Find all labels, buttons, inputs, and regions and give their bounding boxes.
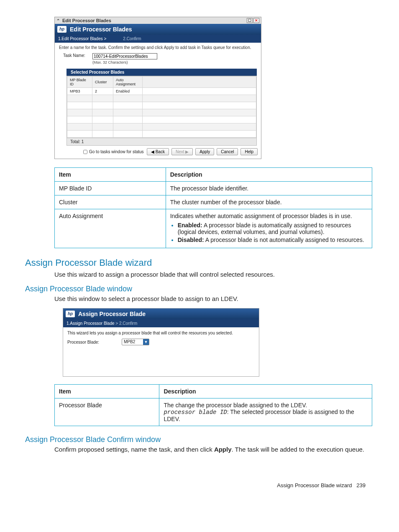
ref-desc: The cluster number of the processor blad… [166, 195, 372, 209]
ref-col-item: Item [55, 168, 166, 182]
select-value: MPB2 [122, 339, 143, 345]
maximize-icon[interactable]: ☐ [247, 18, 253, 23]
ref-col-item: Item [55, 385, 159, 398]
chevron-down-icon[interactable]: ▼ [143, 339, 149, 345]
ref-desc: The processor blade identifier. [166, 182, 372, 195]
wizard-step-1[interactable]: 1.Edit Processor Blades > [58, 36, 106, 41]
table-row-empty [67, 102, 256, 109]
cell-cluster: 2 [92, 88, 113, 95]
ref-desc: The change the processor blade assigned … [159, 398, 372, 426]
paragraph: Use this wizard to assign a processor bl… [54, 271, 374, 278]
ref-item: Processor Blade [55, 398, 159, 426]
table-row-empty [67, 131, 256, 138]
checkbox-label: Go to tasks window for status [89, 149, 144, 154]
wizard-steps: 1.Assign Processor Blade > 2.Confirm [63, 319, 259, 327]
ref-row: Cluster The cluster number of the proces… [55, 195, 372, 209]
task-name-hint: (Max. 32 Characters) [92, 60, 157, 64]
table-row-empty [67, 95, 256, 102]
cell-mp-blade-id: MPB3 [67, 88, 92, 95]
dialog-header: hp Assign Processor Blade [63, 308, 259, 319]
task-name-row: Task Name: (Max. 32 Characters) [55, 52, 261, 67]
paragraph: Use this window to select a processor bl… [54, 295, 374, 302]
table-row[interactable]: MPB3 2 Enabled [67, 88, 256, 95]
col-spacer [143, 77, 256, 88]
table-row-empty [67, 116, 256, 123]
checkbox-input[interactable] [83, 150, 87, 154]
heading-wizard: Assign Processor Blade wizard [25, 257, 374, 268]
go-to-tasks-checkbox[interactable]: Go to tasks window for status [83, 149, 144, 154]
apply-button[interactable]: Apply [195, 148, 214, 155]
ref-desc: Indicates whether automatic assignment o… [166, 209, 372, 248]
ref-row: Processor Blade The change the processor… [55, 398, 372, 426]
paragraph: Confirm proposed settings, name the task… [54, 446, 374, 453]
col-cluster[interactable]: Cluster [92, 77, 113, 88]
back-button[interactable]: ◀ Back [147, 148, 169, 155]
ref-item: Cluster [55, 195, 166, 209]
page-footer: Assign Processor Blade wizard 239 [25, 482, 374, 488]
ref-col-description: Description [166, 168, 372, 182]
dialog-titlebar[interactable]: ⌃ Edit Processor Blades ☐ ✕ [55, 17, 261, 24]
assign-processor-blade-dialog: hp Assign Processor Blade 1.Assign Proce… [63, 308, 259, 377]
ref-row-auto: Auto Assignment Indicates whether automa… [55, 209, 372, 248]
heading-window: Assign Processor Blade window [25, 285, 374, 293]
processor-blade-label: Processor Blade: [67, 340, 122, 344]
dialog-footer: Go to tasks window for status ◀ Back Nex… [55, 146, 261, 159]
selected-blades-table: MP Blade ID Cluster Auto Assignment MPB3… [66, 76, 257, 138]
instruction-text: This wizard lets you assign a processor … [63, 327, 259, 337]
dialog-header: hp Edit Processor Blades [55, 24, 261, 35]
cell-auto-assignment: Enabled [113, 88, 143, 95]
col-auto-assignment[interactable]: Auto Assignment [113, 77, 143, 88]
task-name-label: Task Name: [63, 53, 92, 58]
selected-blades-header: Selected Processor Blades [66, 69, 257, 76]
ref-item: Auto Assignment [55, 209, 166, 248]
task-name-input[interactable] [92, 53, 157, 59]
reference-table-2: Item Description Processor Blade The cha… [54, 384, 372, 426]
instruction-text: Enter a name for the task. Confirm the s… [55, 43, 261, 52]
ref-item: MP Blade ID [55, 182, 166, 195]
close-icon[interactable]: ✕ [253, 18, 259, 23]
col-mp-blade-id[interactable]: MP Blade ID [67, 77, 92, 88]
dialog-header-text: Assign Processor Blade [78, 311, 146, 317]
dialog-header-text: Edit Processor Blades [70, 26, 132, 33]
hp-logo-icon: hp [66, 311, 75, 317]
reference-table-1: Item Description MP Blade ID The process… [54, 167, 372, 248]
collapse-icon[interactable]: ⌃ [56, 18, 60, 23]
cancel-button[interactable]: Cancel [217, 148, 238, 155]
edit-processor-blades-dialog: ⌃ Edit Processor Blades ☐ ✕ hp Edit Proc… [54, 17, 261, 159]
help-button[interactable]: Help [240, 148, 258, 155]
hp-logo-icon: hp [57, 26, 66, 33]
wizard-steps: 1.Edit Processor Blades > 2.Confirm [55, 35, 261, 43]
heading-confirm-window: Assign Processor Blade Confirm window [25, 435, 374, 444]
ref-col-description: Description [159, 385, 372, 398]
table-row-empty [67, 123, 256, 131]
wizard-step-2[interactable]: 2.Confirm [123, 36, 141, 41]
ref-row: MP Blade ID The processor blade identifi… [55, 182, 372, 195]
table-row-empty [67, 109, 256, 116]
dialog-title: Edit Processor Blades [62, 18, 111, 23]
next-button[interactable]: Next ▶ [171, 148, 193, 155]
wizard-step-2[interactable]: 2.Confirm [119, 321, 137, 326]
processor-blade-row: Processor Blade: MPB2 ▼ [63, 337, 259, 347]
processor-blade-select[interactable]: MPB2 ▼ [122, 339, 149, 345]
table-total: Total: 1 [66, 138, 257, 146]
wizard-step-1[interactable]: 1.Assign Processor Blade [66, 321, 115, 326]
